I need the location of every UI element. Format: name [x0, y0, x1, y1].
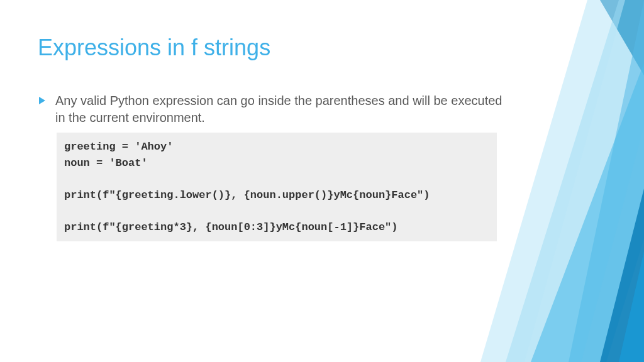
bullet-item: Any valid Python expression can go insid… [38, 92, 606, 126]
code-block: greeting = 'Ahoy' noun = 'Boat' print(f"… [57, 133, 497, 241]
triangle-bullet-icon [38, 96, 47, 105]
bullet-text: Any valid Python expression can go insid… [55, 92, 508, 126]
svg-marker-6 [619, 251, 644, 362]
slide-title: Expressions in f strings [38, 35, 606, 61]
svg-marker-7 [39, 97, 45, 104]
